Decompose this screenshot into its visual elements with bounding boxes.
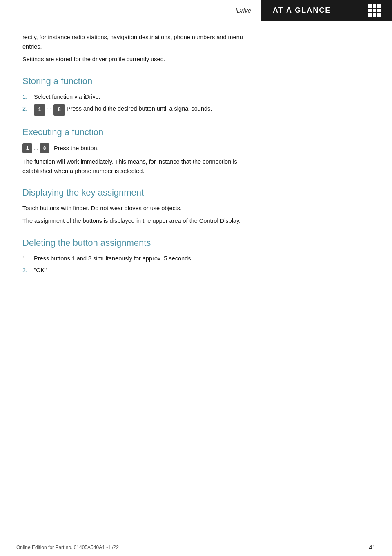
- chapter-title: iDrive: [236, 7, 251, 14]
- deleting-step-2-num: 2.: [22, 266, 34, 275]
- button-1-icon: 1: [34, 104, 45, 116]
- step-2-content: 1 … 8 Press and hold the desired button …: [34, 104, 245, 116]
- grid-icon: [368, 4, 381, 17]
- step-1-text: Select function via iDrive.: [34, 92, 245, 102]
- step-1-num: 1.: [22, 92, 34, 102]
- displaying-paragraph-1: Touch buttons with finger. Do not wear g…: [22, 204, 245, 213]
- exec-dots: …: [33, 146, 38, 151]
- footer-edition: Online Edition for Part no. 01405A540A1 …: [16, 545, 119, 550]
- content-area: rectly, for instance radio stations, nav…: [0, 21, 392, 302]
- section-title: AT A GLANCE: [273, 6, 331, 15]
- deleting-step-2: 2. "OK": [22, 266, 245, 275]
- deleting-step-1-text: Press buttons 1 and 8 simultaneously for…: [34, 254, 245, 263]
- executing-heading: Executing a function: [22, 127, 245, 138]
- displaying-heading: Displaying the key assignment: [22, 187, 245, 198]
- main-content: rectly, for instance radio stations, nav…: [0, 21, 261, 302]
- exec-button-8: 8: [40, 143, 49, 153]
- executing-buttons-row: 1 … 8 Press the button.: [22, 143, 245, 153]
- page-footer: Online Edition for Part no. 01405A540A1 …: [0, 538, 392, 556]
- chapter-title-area: iDrive: [0, 0, 261, 21]
- deleting-heading: Deleting the button assignments: [22, 238, 245, 248]
- button-8-icon: 8: [53, 104, 65, 116]
- intro-paragraph-1: rectly, for instance radio stations, nav…: [22, 33, 245, 51]
- displaying-paragraph-2: The assignment of the buttons is display…: [22, 216, 245, 226]
- executing-paragraph: The function will work immediately. This…: [22, 157, 245, 176]
- button-dots: …: [47, 104, 52, 111]
- step-2-num: 2.: [22, 104, 34, 113]
- page-number: 41: [369, 544, 376, 551]
- page-header: iDrive AT A GLANCE: [0, 0, 392, 21]
- section-title-area: AT A GLANCE: [261, 0, 392, 21]
- storing-step-2: 2. 1 … 8 Press and hold the desired butt…: [22, 104, 245, 116]
- deleting-step-1-num: 1.: [22, 254, 34, 263]
- deleting-step-1: 1. Press buttons 1 and 8 simultaneously …: [22, 254, 245, 263]
- intro-paragraph-2: Settings are stored for the driver profi…: [22, 55, 245, 64]
- exec-button-1: 1: [22, 143, 32, 153]
- deleting-step-2-text: "OK": [34, 266, 245, 275]
- storing-heading: Storing a function: [22, 76, 245, 87]
- step-2-text: Press and hold the desired button until …: [67, 104, 212, 113]
- press-button-text: Press the button.: [54, 145, 99, 151]
- right-sidebar: [261, 21, 392, 302]
- storing-step-1: 1. Select function via iDrive.: [22, 92, 245, 102]
